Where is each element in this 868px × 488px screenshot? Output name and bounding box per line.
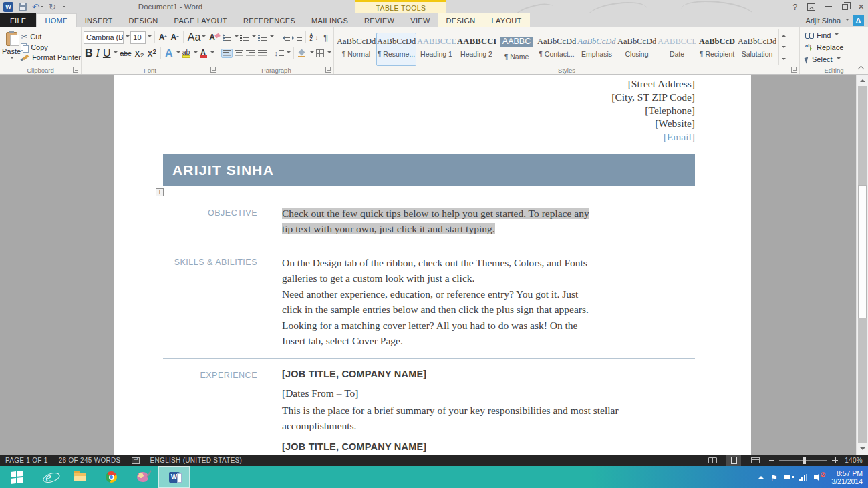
tab-design[interactable]: DESIGN [121, 13, 166, 27]
dialog-launcher-icon[interactable] [210, 67, 216, 73]
copy-button[interactable]: Copy [21, 43, 81, 51]
language-indicator[interactable]: ENGLISH (UNITED STATES) [150, 457, 243, 464]
align-left-button[interactable] [221, 49, 233, 58]
style-recipient[interactable]: AaBbCcD¶ Recipient [697, 33, 737, 66]
city-placeholder[interactable]: [City, ST ZIP Code] [611, 91, 695, 104]
job-title-2[interactable]: [JOB TITLE, COMPANY NAME] [282, 441, 426, 452]
justify-button[interactable] [257, 49, 268, 59]
style-name[interactable]: AABBC¶ Name [496, 33, 537, 66]
redo-icon[interactable] [49, 1, 56, 13]
find-button[interactable]: Find [805, 29, 866, 41]
read-mode-button[interactable] [705, 455, 720, 466]
subscript-button[interactable]: x₂ [133, 47, 145, 60]
borders-button[interactable] [315, 49, 326, 59]
tab-mailings[interactable]: MAILINGS [303, 13, 356, 27]
experience-heading[interactable]: EXPERIENCE [114, 371, 257, 380]
website-placeholder[interactable]: [Website] [611, 117, 695, 130]
volume-muted-icon[interactable]: ⊘ [814, 473, 825, 481]
print-layout-button[interactable] [726, 455, 741, 466]
job-summary[interactable]: This is the place for a brief summary of… [282, 403, 656, 433]
taskbar-paint[interactable] [127, 466, 158, 488]
avatar[interactable] [853, 15, 864, 26]
clear-formatting-button[interactable]: A [208, 32, 216, 43]
skills-paragraph-3[interactable]: Looking for a matching cover letter? All… [282, 318, 656, 348]
style-heading2[interactable]: AABBCCDEHeading 2 [456, 33, 496, 66]
start-button[interactable] [0, 466, 33, 488]
line-spacing-button[interactable] [274, 49, 285, 59]
multilevel-list-button[interactable] [257, 33, 268, 43]
web-layout-button[interactable] [748, 455, 762, 466]
scroll-down-icon[interactable] [857, 443, 868, 455]
grow-font-button[interactable]: A [158, 32, 169, 43]
tab-insert[interactable]: INSERT [77, 13, 121, 27]
battery-icon[interactable] [784, 475, 792, 479]
style-normal[interactable]: AaBbCcDd¶ Normal [336, 33, 376, 66]
taskbar-internet-explorer[interactable]: e [33, 466, 64, 488]
taskbar-chrome[interactable] [96, 466, 127, 488]
objective-text[interactable]: Check out the few quick tips below to he… [282, 206, 656, 236]
job-dates[interactable]: [Dates From – To] [282, 386, 656, 401]
paste-button[interactable]: Paste [2, 29, 21, 65]
skills-paragraph-2[interactable]: Need another experience, education, or r… [282, 287, 656, 317]
format-painter-button[interactable]: Format Painter [21, 53, 81, 61]
close-icon[interactable] [858, 1, 864, 13]
vertical-scrollbar[interactable] [856, 75, 868, 455]
change-case-button[interactable]: Aa [186, 31, 208, 44]
scrollbar-track[interactable] [858, 86, 867, 443]
bullets-button[interactable] [221, 33, 233, 43]
street-address-placeholder[interactable]: [Street Address] [611, 77, 695, 91]
page-indicator[interactable]: PAGE 1 OF 1 [5, 457, 48, 464]
increase-indent-button[interactable] [291, 33, 303, 43]
tab-table-layout[interactable]: LAYOUT [484, 13, 530, 27]
align-center-button[interactable] [233, 49, 245, 59]
style-date[interactable]: AABBCCDDDate [657, 33, 697, 66]
style-emphasis[interactable]: AaBbCcDdEmphasis [577, 33, 617, 66]
word-logo-icon[interactable] [3, 2, 13, 12]
name-banner[interactable]: ARIJIT SINHA [163, 154, 695, 186]
style-heading1[interactable]: AABBCCDIHeading 1 [416, 33, 456, 66]
action-center-flag-icon[interactable] [770, 471, 778, 483]
underline-button[interactable]: U [102, 47, 112, 60]
tab-view[interactable]: VIEW [402, 13, 438, 27]
shrink-font-button[interactable]: A [169, 32, 180, 43]
telephone-placeholder[interactable]: [Telephone] [611, 104, 695, 117]
superscript-button[interactable]: x² [146, 47, 158, 60]
tab-home[interactable]: HOME [36, 13, 76, 27]
font-size-select[interactable]: 10 [130, 31, 146, 44]
tab-references[interactable]: REFERENCES [235, 13, 303, 27]
dialog-launcher-icon[interactable] [791, 67, 797, 73]
dialog-launcher-icon[interactable] [325, 67, 331, 73]
styles-scroll-down[interactable] [779, 41, 788, 53]
job-title-1[interactable]: [JOB TITLE, COMPANY NAME] [282, 369, 426, 379]
font-color-button[interactable]: A [198, 49, 208, 59]
tab-review[interactable]: REVIEW [356, 13, 402, 27]
dialog-launcher-icon[interactable] [73, 67, 78, 73]
styles-scroll-up[interactable] [779, 29, 788, 41]
sort-button[interactable] [309, 33, 320, 43]
style-contact[interactable]: AaBbCcDdE¶ Contact... [537, 33, 577, 66]
contact-block[interactable]: [Street Address] [City, ST ZIP Code] [Te… [611, 77, 695, 144]
table-move-handle[interactable]: + [156, 188, 164, 196]
objective-heading[interactable]: OBJECTIVE [114, 208, 257, 218]
help-icon[interactable] [793, 1, 798, 13]
tab-table-design[interactable]: DESIGN [438, 13, 484, 27]
shading-button[interactable] [297, 49, 308, 59]
tab-file[interactable]: FILE [0, 13, 36, 27]
italic-button[interactable]: I [95, 47, 101, 60]
scrollbar-thumb[interactable] [858, 185, 867, 318]
bold-button[interactable]: B [84, 47, 94, 60]
zoom-level[interactable]: 140% [845, 457, 863, 464]
word-count[interactable]: 26 OF 245 WORDS [59, 457, 121, 464]
taskbar-clock[interactable]: 8:57 PM 3/21/2014 [831, 469, 863, 485]
numbering-button[interactable] [239, 33, 251, 43]
zoom-slider[interactable] [779, 460, 827, 461]
show-hidden-icons[interactable] [758, 473, 764, 479]
tab-page-layout[interactable]: PAGE LAYOUT [166, 13, 235, 27]
restore-icon[interactable] [842, 4, 848, 10]
scroll-up-icon[interactable] [857, 75, 868, 86]
show-hide-marks-button[interactable]: ¶ [320, 33, 331, 43]
cut-button[interactable]: Cut [21, 32, 81, 41]
text-effects-button[interactable]: A [164, 47, 174, 60]
document-page[interactable]: [Street Address] [City, ST ZIP Code] [Te… [114, 75, 751, 455]
styles-more-button[interactable] [779, 53, 788, 65]
